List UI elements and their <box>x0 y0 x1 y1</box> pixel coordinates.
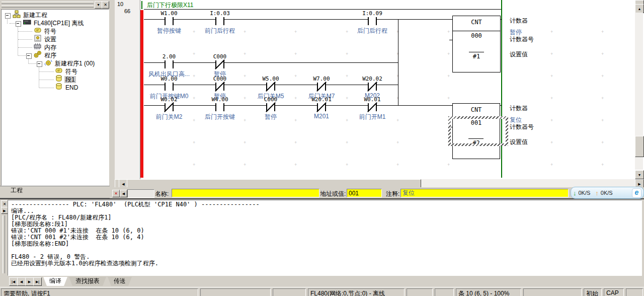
tree-connector <box>39 88 54 89</box>
tree-item-plc[interactable]: FL480[CP1E] 离线 <box>23 19 85 27</box>
no-contact-symbol <box>165 82 174 92</box>
panel-grip[interactable] <box>3 215 5 273</box>
tab-first-button[interactable]: |◀ <box>9 277 18 286</box>
grid-dot: + <box>244 163 246 166</box>
grid-dot: + <box>447 52 450 55</box>
tab-find-report[interactable]: 查找报表 <box>69 277 106 286</box>
grid-dot: + <box>550 163 553 166</box>
scroll-right-button[interactable]: ▶ <box>635 179 644 187</box>
contact[interactable]: C000 暂停 <box>195 54 245 79</box>
tree-connector <box>18 31 32 32</box>
address-input[interactable] <box>347 189 382 197</box>
grid-dot: + <box>244 141 246 144</box>
rung-margin[interactable]: 10 66 <box>115 0 140 179</box>
grid-dot: + <box>550 30 553 33</box>
close-output-icon[interactable]: ✕ <box>1 200 8 207</box>
project-tree: 新建工程 FL480[CP1E] 离线 符号 设置 内存 程序 新建程序1 (0… <box>1 9 109 186</box>
ie-icon[interactable]: e <box>632 188 641 198</box>
nc-contact-symbol <box>266 82 275 92</box>
status-bar: 需要帮助, 请按F1 FL480(网络:0,节点:0) - 离线 条 10 (6… <box>0 287 644 296</box>
grid-dot: + <box>447 75 450 78</box>
contact[interactable]: W0.02 前门关M2 <box>144 97 194 121</box>
right-bus-bar <box>501 0 502 178</box>
tab-transfer[interactable]: 传送 <box>108 277 132 286</box>
status-blank <box>435 288 454 296</box>
grid-dot: + <box>550 75 553 78</box>
cnt-operand-desc: 计数器号 <box>510 123 534 131</box>
tab-project[interactable]: 工程 <box>3 186 30 195</box>
nc-contact-symbol <box>368 82 377 92</box>
tree-item-end[interactable]: END <box>55 84 79 92</box>
panel-close-button[interactable]: ✕ <box>102 1 109 9</box>
contact[interactable]: W4.00 后门开按键 <box>195 97 245 121</box>
mode-box <box>127 189 154 198</box>
tab-prev-button[interactable]: ◀ <box>17 277 26 286</box>
grid-dot: + <box>346 163 348 166</box>
upload-arrow-icon: ↑ <box>595 189 599 197</box>
status-help: 需要帮助, 请按F1 <box>1 288 198 296</box>
tree-expander[interactable] <box>37 61 42 67</box>
horizontal-scroll-thumb[interactable] <box>127 179 421 187</box>
grid-dot: + <box>294 30 297 33</box>
status-blank <box>407 288 433 296</box>
comment-separator <box>144 9 502 10</box>
contact[interactable]: C000 暂停 <box>246 97 296 121</box>
upload-speed: 0K/S <box>601 190 613 196</box>
no-contact-symbol <box>215 17 224 26</box>
vertical-scroll-thumb[interactable] <box>635 136 644 157</box>
comment-input[interactable] <box>400 189 569 197</box>
cnt-instruction-000[interactable]: CNT 000 #1 <box>452 16 501 72</box>
rung-number: 10 <box>117 1 123 7</box>
cnt-desc: 计数器 <box>510 104 528 113</box>
output-window: ✕ ▶ ---------------- PLC: 'FL480' (PLC机型… <box>0 199 644 287</box>
tab-last-button[interactable]: ▶| <box>33 277 42 286</box>
grid-dot: + <box>601 30 604 33</box>
net-speed-overlay[interactable]: ↓ 0K/S ↑ 0K/S e <box>571 187 644 199</box>
tree-expander[interactable] <box>26 53 32 59</box>
grid-dot: + <box>447 97 450 100</box>
tab-compile[interactable]: 编译 <box>43 277 67 286</box>
tab-next-button[interactable]: ▶ <box>25 277 34 286</box>
status-blank <box>200 288 271 296</box>
grid-dot: + <box>396 141 399 144</box>
grid-dot: + <box>550 52 553 55</box>
panel-grip[interactable] <box>2 2 94 4</box>
nc-contact-symbol <box>165 103 174 112</box>
grid-dot: + <box>550 119 553 122</box>
name-input[interactable] <box>172 189 319 197</box>
tree-connector <box>39 71 54 72</box>
tree-item-program1[interactable]: 新建程序1 (00) <box>44 59 96 67</box>
grid-dot: + <box>346 141 348 144</box>
download-arrow-icon: ↓ <box>573 189 577 197</box>
compile-output[interactable]: ---------------- PLC: 'FL480' (PLC机型 'CP… <box>8 200 642 276</box>
grid-dot: + <box>294 52 297 55</box>
operand-edit-bar: ✕ ◀ 名称: 地址或值: 注释: <box>110 187 644 198</box>
contact[interactable]: W1.00 暂停按键 <box>144 11 194 35</box>
contact[interactable]: W20.01 M201 <box>296 97 347 120</box>
close-bar-icon[interactable]: ✕ <box>112 190 120 197</box>
tree-expander[interactable] <box>5 13 11 19</box>
ladder-editor: 10 66 后门下行极限X11 ++++++++++++++++++++++++… <box>115 0 644 187</box>
tree-connector <box>18 26 19 55</box>
project-icon <box>13 10 21 20</box>
no-contact-symbol <box>215 103 224 112</box>
panel-splitter[interactable] <box>110 0 115 198</box>
tree-expander[interactable] <box>16 21 21 27</box>
rung-comment[interactable]: 后门下行极限X11 <box>147 1 193 10</box>
panel-rolldown-button[interactable]: ▾ <box>95 1 102 9</box>
scroll-up-button[interactable]: ▲ <box>635 4 644 13</box>
contact[interactable]: 2.00 风机出风口高... <box>144 54 194 79</box>
panel-grip[interactable] <box>2 5 94 8</box>
tree-connector <box>39 80 54 81</box>
nc-contact-symbol <box>317 103 326 112</box>
expand-output-icon[interactable]: ▶ <box>1 207 8 214</box>
download-speed: 0K/S <box>579 190 591 196</box>
status-cursor-position: 条 10 (6, 5) - 100% <box>456 288 521 296</box>
contact[interactable]: I:0.09 后门后行程 <box>347 11 397 35</box>
contact[interactable]: W0.01 前门开M1 <box>347 97 397 121</box>
nc-contact-symbol <box>368 103 377 112</box>
left-bus-bar <box>140 10 143 178</box>
contact[interactable]: I:0.03 前门后行程 <box>195 11 245 35</box>
scroll-down-button[interactable]: ▼ <box>635 170 644 179</box>
collapse-left-icon[interactable]: ◀ <box>120 190 127 197</box>
